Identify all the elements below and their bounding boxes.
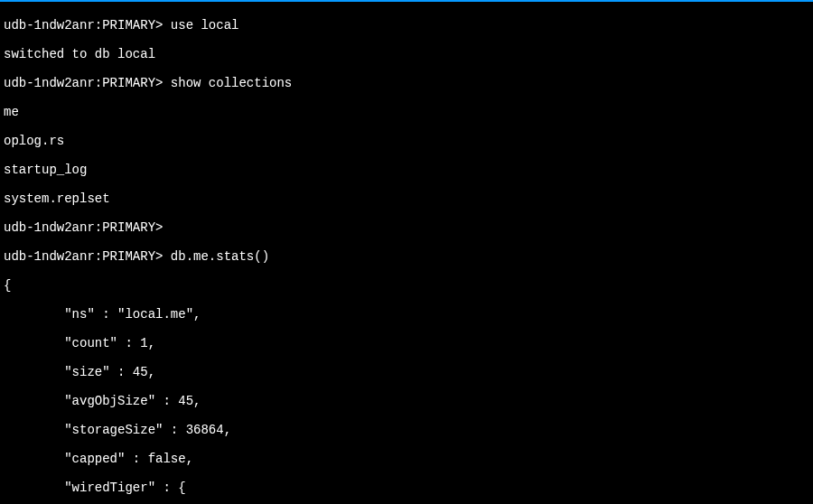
output-line: me bbox=[4, 105, 809, 119]
command: db.me.stats() bbox=[171, 249, 269, 264]
prompt-line[interactable]: udb-1ndw2anr:PRIMARY> bbox=[4, 220, 809, 235]
output-line: "count" : 1, bbox=[4, 336, 809, 350]
terminal-output: udb-1ndw2anr:PRIMARY> use local switched… bbox=[0, 2, 813, 504]
output-line: { bbox=[4, 278, 809, 293]
prompt: udb-1ndw2anr:PRIMARY> bbox=[4, 76, 171, 90]
output-line: startup_log bbox=[4, 163, 809, 177]
output-line: "wiredTiger" : { bbox=[4, 481, 809, 495]
prompt-line[interactable]: udb-1ndw2anr:PRIMARY> use local bbox=[4, 18, 809, 33]
output-line: switched to db local bbox=[4, 47, 809, 61]
prompt-line[interactable]: udb-1ndw2anr:PRIMARY> show collections bbox=[4, 76, 809, 90]
output-line: oplog.rs bbox=[4, 134, 809, 148]
output-line: "ns" : "local.me", bbox=[4, 307, 809, 322]
output-line: "avgObjSize" : 45, bbox=[4, 394, 809, 408]
output-line: "size" : 45, bbox=[4, 365, 809, 379]
prompt: udb-1ndw2anr:PRIMARY> bbox=[4, 18, 171, 33]
command: use local bbox=[171, 18, 239, 33]
prompt: udb-1ndw2anr:PRIMARY> bbox=[4, 249, 171, 264]
prompt: udb-1ndw2anr:PRIMARY> bbox=[4, 220, 171, 235]
output-line: "storageSize" : 36864, bbox=[4, 423, 809, 437]
output-line: "capped" : false, bbox=[4, 452, 809, 466]
output-line: system.replset bbox=[4, 191, 809, 206]
command: show collections bbox=[171, 76, 292, 90]
prompt-line[interactable]: udb-1ndw2anr:PRIMARY> db.me.stats() bbox=[4, 249, 809, 264]
